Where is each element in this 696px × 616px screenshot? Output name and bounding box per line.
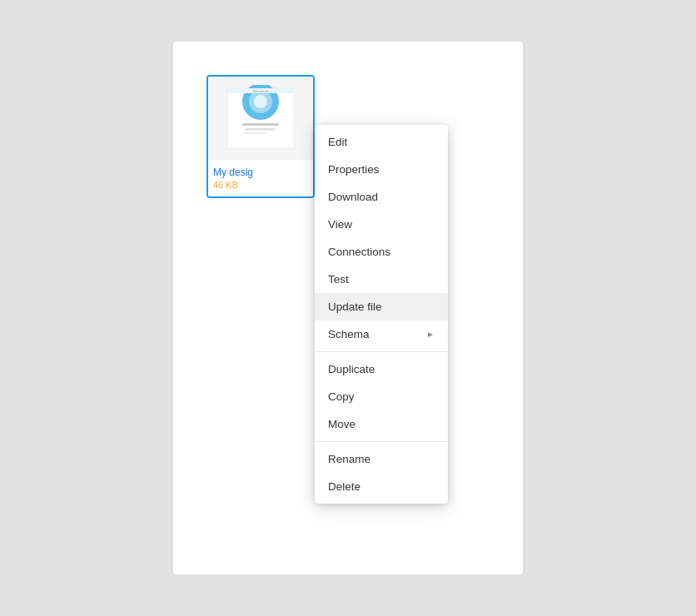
svg-text:letterhead: letterhead [253,89,268,93]
menu-item-view[interactable]: View [315,211,448,238]
menu-item-test[interactable]: Test [315,266,448,293]
menu-item-duplicate[interactable]: Duplicate [315,355,448,383]
svg-rect-5 [246,128,276,131]
menu-section-2: Duplicate Copy Move [315,351,448,441]
menu-item-update-file[interactable]: Update file [315,293,448,320]
file-name: My desig [213,166,308,178]
menu-section-1: Edit Properties Download View Connection… [315,125,448,351]
file-thumbnail: letterhead [208,77,313,160]
menu-item-connections[interactable]: Connections [315,238,448,266]
menu-item-schema[interactable]: Schema ► [315,320,448,348]
menu-item-copy[interactable]: Copy [315,383,448,410]
menu-item-edit[interactable]: Edit [315,128,448,156]
menu-item-rename[interactable]: Rename [315,445,448,473]
menu-item-move[interactable]: Move [315,410,448,438]
file-card[interactable]: letterhead My desig 46 KB [206,75,315,198]
context-menu: Edit Properties Download View Connection… [315,125,448,504]
menu-item-delete[interactable]: Delete [315,473,448,500]
menu-item-download[interactable]: Download [315,183,448,211]
main-panel: letterhead My desig 46 KB Edit Propertie… [173,42,523,574]
file-size: 46 KB [213,180,308,190]
submenu-chevron-icon: ► [426,330,435,339]
svg-rect-4 [242,123,279,126]
file-info: My desig 46 KB [208,160,313,196]
svg-point-3 [254,95,267,108]
svg-rect-6 [242,132,266,134]
menu-item-properties[interactable]: Properties [315,156,448,183]
menu-section-3: Rename Delete [315,441,448,504]
